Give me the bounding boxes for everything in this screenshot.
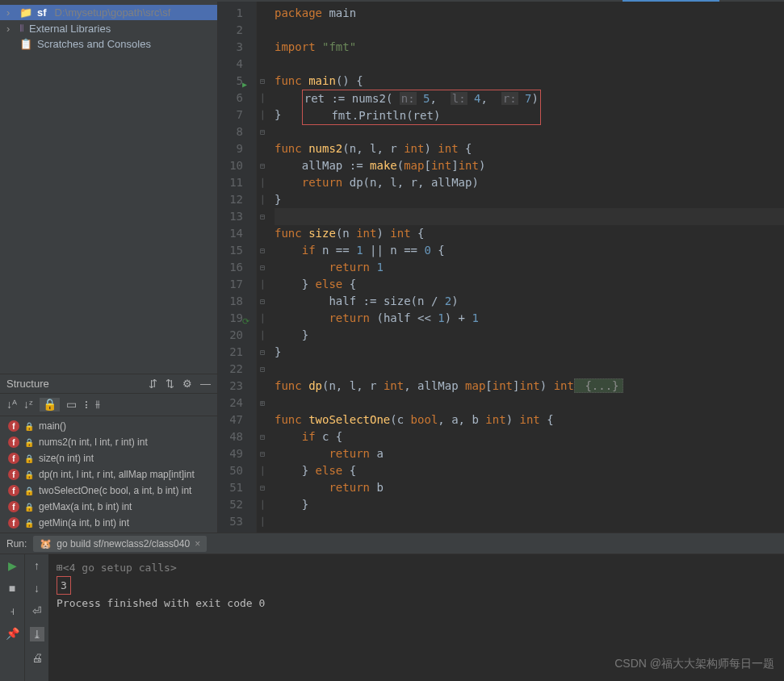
line-number: 52 — [218, 496, 256, 513]
line-number: 2 — [218, 22, 256, 39]
lock-icon: 🔒 — [24, 519, 34, 528]
pin-icon[interactable]: 📌 — [6, 627, 19, 640]
line-number: 49 — [218, 445, 256, 462]
rerun-icon[interactable]: ▶ — [8, 559, 17, 572]
fold-end-icon[interactable]: ⊟ — [257, 361, 268, 378]
line-number: 48 — [218, 428, 256, 445]
exit-message: Process finished with exit code 0 — [57, 595, 776, 612]
sort-az-icon[interactable]: ↓ᴬ — [6, 398, 17, 412]
external-libraries-item[interactable]: › ⫴ External Libraries — [0, 20, 217, 36]
run-tab-label: go build sf/newclass2/class040 — [57, 538, 190, 549]
filter-icon[interactable]: ⫶ — [83, 398, 89, 412]
root-path: D:\mysetup\gopath\src\sf — [55, 6, 171, 19]
close-icon[interactable]: × — [195, 538, 200, 549]
fold-end-icon[interactable]: ⊟ — [257, 123, 268, 140]
lock-icon: 🔒 — [24, 487, 34, 495]
scratches-label: Scratches and Consoles — [37, 38, 151, 50]
wrap-icon[interactable]: ⏎ — [32, 604, 42, 617]
fold-collapsed-icon[interactable]: ⊞ — [257, 395, 268, 412]
function-icon: f — [8, 517, 19, 529]
chevron-right-icon: › — [6, 6, 15, 19]
run-body: ▶ ■ ⫞ 📌 ↑ ↓ ⏎ ⤓ 🖨 ⊞<4 go setup calls> 3 … — [0, 554, 784, 681]
fn-item-nums2[interactable]: f🔒nums2(n int, l int, r int) int — [0, 434, 217, 450]
fold-icon[interactable]: ⊟ — [257, 242, 268, 259]
fold-icon[interactable]: ⊟ — [257, 259, 268, 276]
fold-end-icon[interactable]: ⊟ — [257, 344, 268, 361]
line-number: 8 — [218, 123, 256, 140]
line-number: 9 — [218, 140, 256, 157]
line-number: 23 — [218, 378, 256, 395]
line-number: 3 — [218, 39, 256, 56]
fold-end-icon[interactable]: ⊟ — [257, 208, 268, 225]
folded-code[interactable]: {...} — [574, 378, 623, 393]
line-number: 13 — [218, 208, 256, 225]
line-number: 50 — [218, 462, 256, 479]
fold-column: ⊟ ││ ⊟ ⊟ ││ ⊟ ⊟ ⊟ │ ⊟ ││ ⊟ ⊟ ⊞ ⊟ ⊟ │ ⊟ │… — [257, 2, 268, 533]
top-border — [0, 0, 784, 2]
fn-item-getmin[interactable]: f🔒getMin(a int, b int) int — [0, 515, 217, 531]
scroll-icon[interactable]: ⤓ — [30, 627, 44, 641]
run-panel: Run: 🐹 go build sf/newclass2/class040 × … — [0, 533, 784, 681]
scratches-item[interactable]: 📋 Scratches and Consoles — [0, 36, 217, 52]
gutter: 1 2 3 4 5▶ 6 7 8 9 10 11 12 13 14 15 16 … — [218, 2, 257, 533]
folder-filter-icon[interactable]: ▭ — [66, 398, 77, 412]
structure-panel: Structure ⇵ ⇅ ⚙ — ↓ᴬ ↓ᶻ 🔒 ▭ ⫶ ⫵ f🔒main()… — [0, 374, 217, 533]
fn-item-main[interactable]: f🔒main() — [0, 418, 217, 434]
line-number: 11 — [218, 174, 256, 191]
code-editor[interactable]: 1 2 3 4 5▶ 6 7 8 9 10 11 12 13 14 15 16 … — [218, 2, 784, 533]
lock-icon: 🔒 — [24, 422, 34, 431]
structure-header: Structure ⇵ ⇅ ⚙ — — [0, 374, 217, 394]
line-number: 5▶ — [218, 73, 256, 90]
print-icon[interactable]: 🖨 — [31, 651, 43, 664]
lock-icon: 🔒 — [24, 470, 34, 479]
up-icon[interactable]: ↑ — [34, 559, 40, 572]
fold-icon[interactable]: ⊟ — [257, 157, 268, 174]
layout-icon[interactable]: ⫞ — [10, 604, 15, 617]
function-icon: f — [8, 453, 19, 464]
run-toolbar-left: ▶ ■ ⫞ 📌 — [0, 554, 24, 681]
line-number: 7 — [218, 107, 256, 123]
function-icon: f — [8, 469, 19, 480]
line-number: 1 — [218, 5, 256, 22]
minimize-icon[interactable]: — — [200, 378, 211, 390]
fold-icon[interactable]: ⊟ — [257, 445, 268, 462]
lock-icon: 🔒 — [24, 503, 34, 512]
code-area[interactable]: package main import "fmt" func main() { … — [268, 2, 784, 533]
fold-icon[interactable]: ⊟ — [257, 428, 268, 445]
line-number: 19⟳ — [218, 310, 256, 327]
function-icon: f — [8, 485, 19, 496]
line-number: 53 — [218, 513, 256, 530]
run-tab[interactable]: 🐹 go build sf/newclass2/class040 × — [33, 536, 207, 552]
line-number: 15 — [218, 242, 256, 259]
fold-icon[interactable]: ⊟ — [257, 73, 268, 90]
line-number: 6 — [218, 90, 256, 107]
console-output[interactable]: ⊞<4 go setup calls> 3 Process finished w… — [48, 554, 784, 681]
fold-icon[interactable]: ⊟ — [257, 479, 268, 496]
fn-item-dp[interactable]: f🔒dp(n int, l int, r int, allMap map[int… — [0, 466, 217, 483]
line-number: 21 — [218, 344, 256, 361]
fn-item-size[interactable]: f🔒size(n int) int — [0, 450, 217, 466]
down-icon[interactable]: ↓ — [34, 582, 40, 595]
sort-za-icon[interactable]: ↓ᶻ — [23, 398, 33, 412]
line-number: 4 — [218, 56, 256, 73]
folder-icon: 📁 — [19, 6, 32, 19]
line-number: 22 — [218, 361, 256, 378]
lock-icon: 🔒 — [24, 438, 34, 447]
line-number: 20 — [218, 327, 256, 344]
root-name: sf — [37, 6, 47, 19]
filter2-icon[interactable]: ⫵ — [95, 398, 100, 412]
expand-icon[interactable]: ⊞ — [57, 562, 63, 574]
scratches-icon: 📋 — [19, 38, 32, 50]
stop-icon[interactable]: ■ — [9, 582, 15, 595]
lock-icon[interactable]: 🔒 — [40, 398, 60, 412]
line-number: 14 — [218, 225, 256, 242]
fn-item-getmax[interactable]: f🔒getMax(a int, b int) int — [0, 499, 217, 515]
project-root-item[interactable]: › 📁 sf D:\mysetup\gopath\src\sf — [0, 5, 217, 20]
function-icon: f — [8, 437, 19, 448]
fn-item-twoselectone[interactable]: f🔒twoSelectOne(c bool, a int, b int) int — [0, 483, 217, 499]
expand-icon[interactable]: ⇵ — [149, 378, 157, 390]
collapse-icon[interactable]: ⇅ — [166, 378, 174, 390]
gear-icon[interactable]: ⚙ — [182, 378, 192, 390]
fold-icon[interactable]: ⊟ — [257, 293, 268, 310]
line-number: 16 — [218, 259, 256, 276]
